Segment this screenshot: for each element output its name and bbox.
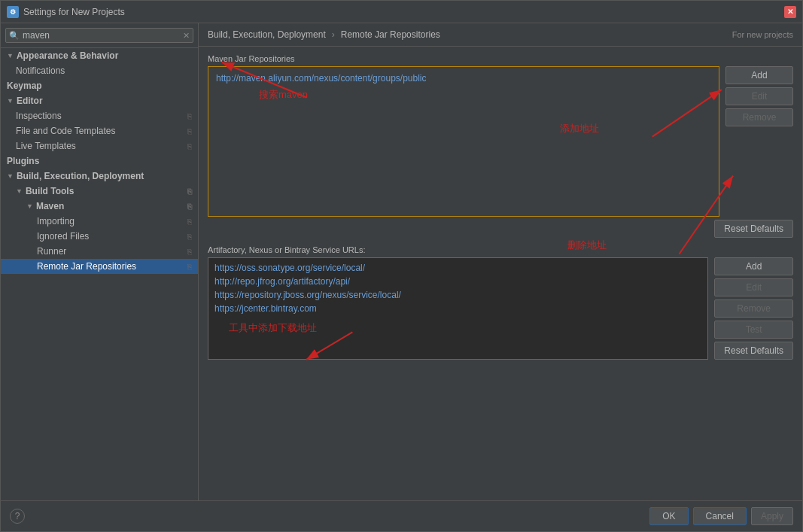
title-bar: ⚙ Settings for New Projects ✕ — [1, 1, 802, 23]
maven-jar-remove-button[interactable]: Remove — [725, 108, 793, 126]
apply-button[interactable]: Apply — [751, 507, 793, 525]
copy-icon: ⎘ — [187, 217, 192, 226]
service-urls-label: Artifactory, Nexus or Bintray Service UR… — [208, 245, 793, 254]
sidebar-item-plugins[interactable]: Plugins — [1, 154, 198, 169]
sidebar-item-label: Editor — [17, 96, 43, 106]
for-new-projects-label: For new projects — [732, 30, 793, 39]
service-urls-buttons: Add Edit Remove Test Reset Defaults — [714, 257, 793, 360]
chevron-icon: ▼ — [7, 172, 14, 180]
sidebar-item-file-code-templates[interactable]: File and Code Templates ⎘ — [1, 123, 198, 138]
maven-jar-buttons: Add Edit Remove — [725, 66, 793, 217]
sidebar-item-label: Live Templates — [16, 141, 76, 151]
chevron-icon: ▼ — [7, 97, 14, 105]
maven-jar-section: Maven Jar Repositories http://maven.aliy… — [208, 54, 793, 238]
maven-jar-add-button[interactable]: Add — [725, 66, 793, 84]
breadcrumb-separator: › — [332, 29, 335, 40]
sidebar-item-label: Plugins — [7, 156, 39, 166]
maven-jar-url-item[interactable]: http://maven.aliyun.com/nexus/content/gr… — [213, 71, 714, 85]
sidebar-item-label: Remote Jar Repositories — [37, 261, 136, 272]
copy-icon: ⎘ — [187, 263, 192, 271]
sidebar-item-label: Notifications — [16, 65, 65, 76]
dialog-title: Settings for New Projects — [23, 7, 125, 17]
sidebar-item-label: Keymap — [7, 81, 42, 91]
maven-jar-section-label: Maven Jar Repositories — [208, 54, 793, 63]
bottom-bar: ? OK Cancel Apply — [1, 500, 802, 531]
breadcrumb-remote: Remote Jar Repositories — [341, 29, 440, 40]
app-icon: ⚙ — [7, 6, 19, 18]
sidebar-item-build-execution[interactable]: ▼ Build, Execution, Deployment — [1, 169, 198, 184]
sidebar-item-runner[interactable]: Runner ⎘ — [1, 244, 198, 259]
sidebar-item-label: Ignored Files — [37, 231, 89, 242]
search-icon: 🔍 — [9, 31, 20, 41]
service-url-item-3[interactable]: https://jcenter.bintray.com — [211, 302, 704, 315]
sidebar-item-label: Maven — [36, 201, 64, 211]
settings-dialog: ⚙ Settings for New Projects ✕ 🔍 ✕ ▼ Appe… — [0, 0, 803, 532]
sidebar-item-importing[interactable]: Importing ⎘ — [1, 214, 198, 229]
sidebar: 🔍 ✕ ▼ Appearance & Behavior Notification… — [1, 23, 199, 500]
sidebar-item-maven[interactable]: ▼ Maven ⎘ — [1, 199, 198, 214]
sidebar-item-label: Build, Execution, Deployment — [17, 171, 144, 181]
service-urls-reset-defaults-button[interactable]: Reset Defaults — [714, 342, 793, 360]
copy-icon: ⎘ — [187, 248, 192, 256]
chevron-icon: ▼ — [16, 187, 23, 195]
help-button[interactable]: ? — [10, 509, 25, 524]
annotation-search: 搜索maven — [259, 88, 308, 102]
search-input-wrap: 🔍 ✕ — [5, 28, 193, 43]
service-url-item-0[interactable]: https://oss.sonatype.org/service/local/ — [211, 261, 704, 275]
sidebar-item-label: Runner — [37, 246, 66, 257]
copy-icon: ⎘ — [187, 142, 192, 150]
breadcrumb-build: Build, Execution, Deployment — [208, 29, 326, 40]
sidebar-tree: ▼ Appearance & Behavior Notifications Ke… — [1, 48, 198, 500]
panel-header: Build, Execution, Deployment › Remote Ja… — [199, 23, 802, 47]
sidebar-item-build-tools[interactable]: ▼ Build Tools ⎘ — [1, 184, 198, 199]
panel-content: Maven Jar Repositories http://maven.aliy… — [199, 47, 802, 500]
sidebar-item-live-templates[interactable]: Live Templates ⎘ — [1, 138, 198, 154]
annotation-delete-address: 删除地址 — [567, 239, 607, 252]
sidebar-item-label: Appearance & Behavior — [17, 50, 118, 61]
service-urls-section-row: https://oss.sonatype.org/service/local/ … — [208, 257, 793, 360]
close-button[interactable]: ✕ — [784, 6, 796, 18]
search-input[interactable] — [23, 30, 183, 41]
service-urls-test-button[interactable]: Test — [714, 321, 793, 339]
bottom-left: ? — [10, 509, 25, 524]
sidebar-item-keymap[interactable]: Keymap — [1, 78, 198, 93]
chevron-icon: ▼ — [7, 52, 14, 59]
sidebar-item-notifications[interactable]: Notifications — [1, 63, 198, 78]
service-urls-list: https://oss.sonatype.org/service/local/ … — [208, 257, 708, 360]
service-urls-section: Artifactory, Nexus or Bintray Service UR… — [208, 245, 793, 360]
service-url-item-1[interactable]: http://repo.jfrog.org/artifactory/api/ — [211, 275, 704, 288]
copy-icon: ⎘ — [187, 112, 192, 120]
chevron-icon: ▼ — [26, 202, 33, 210]
sidebar-item-inspections[interactable]: Inspections ⎘ — [1, 108, 198, 123]
search-bar: 🔍 ✕ — [1, 23, 198, 48]
maven-jar-edit-button[interactable]: Edit — [725, 87, 793, 105]
sidebar-item-label: Inspections — [16, 111, 62, 121]
sidebar-item-label: Importing — [37, 216, 75, 226]
sidebar-item-appearance[interactable]: ▼ Appearance & Behavior — [1, 48, 198, 63]
annotation-add-address: 添加地址 — [560, 122, 599, 135]
copy-icon: ⎘ — [187, 127, 192, 135]
maven-jar-reset-defaults-button[interactable]: Reset Defaults — [714, 220, 793, 238]
annotation-tool-add: 工具中添加下载地址 — [229, 321, 317, 335]
sidebar-item-editor[interactable]: ▼ Editor — [1, 93, 198, 108]
sidebar-item-ignored-files[interactable]: Ignored Files ⎘ — [1, 229, 198, 244]
sidebar-item-remote-jar-repositories[interactable]: Remote Jar Repositories ⎘ — [1, 259, 198, 274]
clear-icon[interactable]: ✕ — [183, 31, 190, 41]
sidebar-item-label: Build Tools — [26, 186, 74, 196]
copy-icon: ⎘ — [187, 233, 192, 241]
copy-icon: ⎘ — [187, 187, 192, 196]
service-urls-add-button[interactable]: Add — [714, 257, 793, 275]
sidebar-item-label: File and Code Templates — [16, 126, 116, 136]
cancel-button[interactable]: Cancel — [693, 507, 747, 525]
service-url-item-2[interactable]: https://repository.jboss.org/nexus/servi… — [211, 288, 704, 302]
service-urls-edit-button[interactable]: Edit — [714, 278, 793, 296]
main-content: 🔍 ✕ ▼ Appearance & Behavior Notification… — [1, 23, 802, 500]
right-panel: Build, Execution, Deployment › Remote Ja… — [199, 23, 802, 500]
title-bar-left: ⚙ Settings for New Projects — [7, 6, 125, 18]
copy-icon: ⎘ — [187, 202, 192, 211]
ok-button[interactable]: OK — [649, 507, 688, 525]
bottom-right: OK Cancel Apply — [649, 507, 793, 525]
service-urls-remove-button[interactable]: Remove — [714, 299, 793, 318]
